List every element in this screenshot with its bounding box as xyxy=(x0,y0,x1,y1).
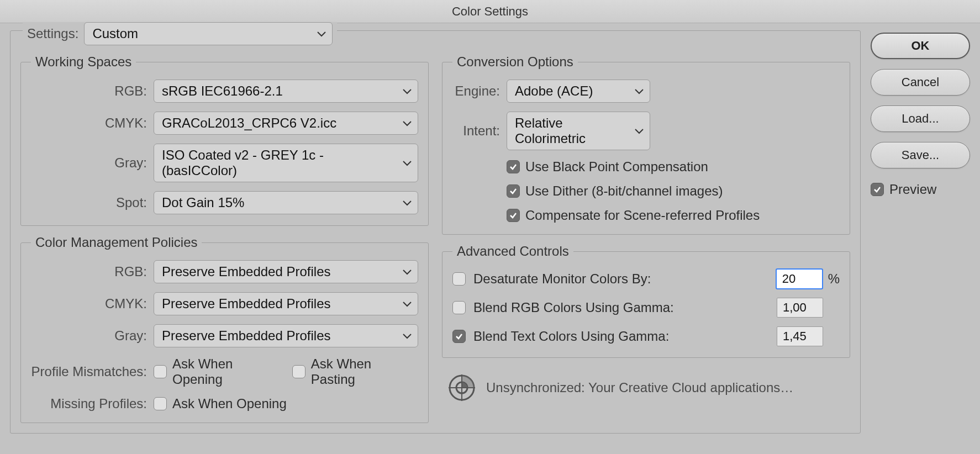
pol-cmyk-label: CMYK: xyxy=(31,296,147,312)
preview-label: Preview xyxy=(889,182,936,197)
pol-gray-dropdown[interactable]: Preserve Embedded Profiles xyxy=(154,324,418,347)
ws-cmyk-label: CMYK: xyxy=(31,115,147,131)
conversion-group: Conversion Options Engine: Adobe (ACE) xyxy=(442,54,850,235)
conv-intent-dropdown[interactable]: Relative Colorimetric xyxy=(507,112,650,150)
preview-checkbox[interactable] xyxy=(871,183,884,196)
ws-rgb-value: sRGB IEC61966-2.1 xyxy=(162,83,283,99)
ws-gray-label: Gray: xyxy=(31,155,147,171)
conv-engine-dropdown[interactable]: Adobe (ACE) xyxy=(507,80,650,103)
sync-status-text: Unsynchronized: Your Creative Cloud appl… xyxy=(486,380,793,395)
pol-rgb-value: Preserve Embedded Profiles xyxy=(162,264,330,279)
pol-cmyk-dropdown[interactable]: Preserve Embedded Profiles xyxy=(154,292,418,315)
blend-text-label: Blend Text Colors Using Gamma: xyxy=(473,329,669,344)
pol-rgb-dropdown[interactable]: Preserve Embedded Profiles xyxy=(154,260,418,283)
chevron-down-icon xyxy=(402,300,412,307)
missing-open-label: Ask When Opening xyxy=(172,396,287,411)
ws-rgb-label: RGB: xyxy=(31,83,147,99)
ws-spot-value: Dot Gain 15% xyxy=(162,195,244,210)
chevron-down-icon xyxy=(402,268,412,275)
main-panel: Settings: Custom Working Spaces xyxy=(10,30,861,434)
chevron-down-icon xyxy=(402,332,412,339)
save-button[interactable]: Save... xyxy=(871,142,970,168)
sync-status-icon xyxy=(446,372,477,403)
settings-dropdown[interactable]: Custom xyxy=(84,22,333,45)
ws-gray-value: ISO Coated v2 - GREY 1c - (basICColor) xyxy=(162,147,397,178)
chevron-down-icon xyxy=(634,88,644,94)
settings-value: Custom xyxy=(92,26,138,41)
mismatch-paste-label: Ask When Pasting xyxy=(311,356,402,387)
desat-unit: % xyxy=(828,271,840,287)
chevron-down-icon xyxy=(402,160,412,166)
chevron-down-icon xyxy=(402,88,412,94)
conv-intent-value: Relative Colorimetric xyxy=(515,115,629,146)
chevron-down-icon xyxy=(634,128,644,134)
window-title: Color Settings xyxy=(0,0,980,23)
scene-label: Compensate for Scene-referred Profiles xyxy=(525,208,760,223)
cancel-button[interactable]: Cancel xyxy=(871,69,970,96)
pol-gray-value: Preserve Embedded Profiles xyxy=(162,328,330,344)
conv-engine-label: Engine: xyxy=(452,83,500,99)
working-spaces-legend: Working Spaces xyxy=(31,54,136,70)
pol-missing-label: Missing Profiles: xyxy=(31,396,147,411)
scene-checkbox[interactable] xyxy=(507,209,520,222)
desat-checkbox[interactable] xyxy=(452,272,466,286)
ws-spot-dropdown[interactable]: Dot Gain 15% xyxy=(154,191,418,214)
desat-input[interactable]: 20 xyxy=(776,269,823,289)
mismatch-open-label: Ask When Opening xyxy=(172,356,269,387)
chevron-down-icon xyxy=(402,199,412,206)
pol-mismatch-label: Profile Mismatches: xyxy=(31,364,147,379)
desat-label: Desaturate Monitor Colors By: xyxy=(473,271,651,287)
chevron-down-icon xyxy=(317,30,326,37)
missing-open-checkbox[interactable] xyxy=(154,397,167,410)
mismatch-open-checkbox[interactable] xyxy=(154,365,167,378)
blend-text-checkbox[interactable] xyxy=(452,330,466,343)
ws-cmyk-value: GRACoL2013_CRPC6 V2.icc xyxy=(162,115,336,131)
pol-rgb-label: RGB: xyxy=(31,264,147,279)
conversion-legend: Conversion Options xyxy=(452,54,578,70)
conv-intent-label: Intent: xyxy=(452,123,500,139)
bpc-checkbox[interactable] xyxy=(507,160,520,173)
bpc-label: Use Black Point Compensation xyxy=(525,159,708,175)
advanced-legend: Advanced Controls xyxy=(452,244,573,259)
dither-checkbox[interactable] xyxy=(507,184,520,198)
ws-cmyk-dropdown[interactable]: GRACoL2013_CRPC6 V2.icc xyxy=(154,112,418,135)
ws-spot-label: Spot: xyxy=(31,195,147,210)
pol-cmyk-value: Preserve Embedded Profiles xyxy=(162,296,330,312)
ws-gray-dropdown[interactable]: ISO Coated v2 - GREY 1c - (basICColor) xyxy=(154,144,418,182)
policies-legend: Color Management Policies xyxy=(31,235,202,250)
blend-rgb-input[interactable]: 1,00 xyxy=(777,298,823,318)
blend-text-input[interactable]: 1,45 xyxy=(777,326,823,346)
ws-rgb-dropdown[interactable]: sRGB IEC61966-2.1 xyxy=(154,80,418,103)
chevron-down-icon xyxy=(402,120,412,126)
advanced-group: Advanced Controls Desaturate Monitor Col… xyxy=(442,244,850,358)
policies-group: Color Management Policies RGB: Preserve … xyxy=(20,235,429,423)
working-spaces-group: Working Spaces RGB: sRGB IEC61966-2.1 xyxy=(20,54,429,226)
settings-label: Settings: xyxy=(27,26,78,41)
dither-label: Use Dither (8-bit/channel images) xyxy=(525,183,723,199)
blend-rgb-label: Blend RGB Colors Using Gamma: xyxy=(473,300,674,315)
blend-rgb-checkbox[interactable] xyxy=(452,301,466,314)
load-button[interactable]: Load... xyxy=(871,105,970,132)
ok-button[interactable]: OK xyxy=(871,33,970,59)
conv-engine-value: Adobe (ACE) xyxy=(515,83,593,99)
pol-gray-label: Gray: xyxy=(31,328,147,344)
mismatch-paste-checkbox[interactable] xyxy=(292,365,305,378)
